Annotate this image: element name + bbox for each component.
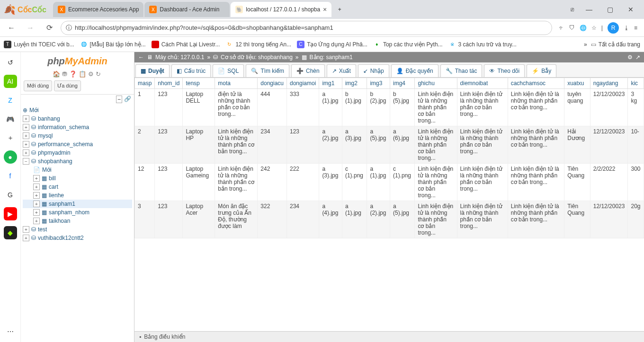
bookmark-item[interactable]: 🌐[Mẫu] Bài tập lớn hệ... — [80, 41, 146, 48]
nav-toggle-icon[interactable]: ← — [138, 54, 144, 61]
all-bookmarks-button[interactable]: ▭Tất cả dấu trang — [591, 41, 640, 48]
tree-new[interactable]: ⊕Mới — [23, 106, 132, 114]
shield-icon[interactable]: ⛉ — [569, 25, 575, 31]
zalo-icon[interactable]: Z — [4, 94, 17, 107]
collapse-icon[interactable]: − — [116, 96, 122, 103]
tab-structure[interactable]: ◧Cấu trúc — [171, 64, 211, 77]
tree-table[interactable]: +▦bill — [23, 174, 132, 183]
col-header[interactable]: img1 — [319, 78, 342, 89]
tab-operations[interactable]: 🔧Thao tác — [440, 64, 483, 77]
tree-db[interactable]: +⛁mysql — [23, 132, 132, 140]
tree-table[interactable]: +▦lienhe — [23, 191, 132, 200]
add-icon[interactable]: ＋ — [4, 132, 17, 145]
col-header[interactable]: img4 — [390, 78, 415, 89]
tab-triggers[interactable]: ⚡Bẫy — [527, 64, 556, 77]
spotify-icon[interactable]: ● — [4, 150, 17, 164]
tree-db[interactable]: +⛁information_schema — [23, 123, 132, 132]
avatar[interactable]: R — [608, 22, 619, 34]
col-header[interactable]: xuatxu — [564, 78, 590, 89]
bookmark-more-icon[interactable]: » — [584, 41, 587, 48]
table-row[interactable]: 2123Laptop HPLinh kiện điện tử là những … — [135, 126, 644, 164]
bookmark-item[interactable]: TLuyện thi TOEIC với b... — [4, 41, 74, 48]
tab-import[interactable]: ↙Nhập — [358, 64, 389, 77]
tab-export[interactable]: ↗Xuất — [327, 64, 356, 77]
menu-icon[interactable]: ≡ — [634, 25, 637, 31]
tree-table-sanpham1[interactable]: +▦sanpham1 — [23, 200, 132, 208]
games-icon[interactable]: 🎮 — [4, 113, 17, 126]
google-icon[interactable]: G — [4, 188, 17, 202]
tree-table[interactable]: +▦cart — [23, 183, 132, 191]
site-info-icon[interactable]: ⓘ — [66, 24, 72, 32]
col-header[interactable]: img2 — [342, 78, 367, 89]
bookmark-item[interactable]: ↻12 thì trong tiếng An... — [225, 41, 291, 48]
bookmark-item[interactable]: Cách Phát Lại Livestr... — [152, 41, 220, 48]
youtube-icon[interactable]: ▶ — [4, 207, 17, 220]
app-icon[interactable]: ◆ — [4, 226, 17, 239]
omnibox[interactable]: ⓘ http://localhost/phpmyadmin/index.php?… — [61, 21, 552, 35]
close-button[interactable]: ✕ — [621, 2, 640, 17]
recent-button[interactable]: Mới dùng — [24, 80, 52, 91]
reload-button[interactable]: ⟳ — [42, 20, 57, 35]
translate-icon[interactable]: 🌐 — [580, 25, 587, 31]
console-bar[interactable]: ▪Bảng điều khiển — [134, 331, 644, 342]
tree-db[interactable]: +⛁performance_schema — [23, 140, 132, 149]
link-icon[interactable]: 🔗 — [124, 96, 131, 103]
bookmark-star-icon[interactable]: ☆ — [591, 25, 597, 31]
breadcrumb-table[interactable]: Bảng: sanpham1 — [310, 54, 353, 61]
col-header[interactable]: dongiamoi — [287, 78, 319, 89]
col-header[interactable]: nhom_id — [155, 78, 183, 89]
col-header[interactable]: ghichu — [415, 78, 457, 89]
breadcrumb-server[interactable]: Máy chủ: 127.0.0.1 — [155, 54, 204, 61]
more-icon[interactable]: ⋯ — [4, 325, 17, 338]
col-header[interactable]: img3 — [367, 78, 390, 89]
tree-db[interactable]: +⛁phpmyadmin — [23, 149, 132, 157]
tree-db[interactable]: +⛁banhang — [23, 114, 132, 123]
bookmark-item[interactable]: ♦Top các thư viện Pyth... — [373, 41, 443, 48]
tree-table[interactable]: +▦taikhoan — [23, 217, 132, 225]
tab-sql[interactable]: 📄SQL — [213, 64, 244, 77]
rss-icon[interactable]: ᯤ — [559, 25, 564, 31]
col-header[interactable]: masp — [135, 78, 155, 89]
tab-insert[interactable]: ➕Chèn — [291, 64, 325, 77]
back-button[interactable]: ← — [4, 20, 19, 35]
history-icon[interactable]: ↺ — [4, 56, 17, 69]
table-row[interactable]: 3123Laptop AcerMón ăn đặc trưng của Ấn Đ… — [135, 201, 644, 238]
tree-db-shopbanhang[interactable]: −⛁shopbanhang — [23, 157, 132, 166]
exit-icon[interactable]: ↗ — [635, 54, 640, 61]
tree-db[interactable]: +⛁vuthibacdk12cntt2 — [23, 234, 132, 242]
col-header[interactable]: kic — [628, 78, 644, 89]
table-row[interactable]: 1123Laptop DELLđiện tử là những thành ph… — [135, 89, 644, 126]
pma-logo[interactable]: phpMyAdmin — [21, 52, 134, 70]
bookmark-item[interactable]: ※3 cách lưu trữ và truy... — [448, 41, 517, 48]
col-header[interactable]: dongiacu — [258, 78, 287, 89]
pma-toolbar[interactable]: 🏠⛃❓📋⚙↻ — [21, 70, 134, 78]
col-header[interactable]: mota — [215, 78, 258, 89]
ai-icon[interactable]: AI — [4, 75, 17, 88]
col-header[interactable]: cachchamsoc — [508, 78, 564, 89]
table-row[interactable]: 12123Laptop GameingLinh kiện điện tử là … — [135, 164, 644, 201]
bookmark-item[interactable]: CTạo Ứng dụng AI Phâ... — [297, 41, 367, 48]
cast-icon[interactable]: ⎚ — [567, 6, 578, 13]
tab-tracking[interactable]: 👁Theo dõi — [484, 64, 525, 77]
new-tab-button[interactable]: + — [332, 2, 347, 17]
tree-new-table[interactable]: 📄Mới — [23, 166, 132, 174]
facebook-icon[interactable]: f — [4, 169, 17, 183]
tree-table[interactable]: +▦sanpham_nhom — [23, 208, 132, 217]
col-header[interactable]: diemnoibat — [457, 78, 508, 89]
maximize-button[interactable]: ▢ — [600, 2, 619, 17]
close-icon[interactable]: × — [323, 6, 327, 13]
tab-phpmyadmin[interactable]: 🐘 localhost / 127.0.0.1 / shopba × — [231, 2, 331, 17]
breadcrumb-db[interactable]: Cơ sở dữ liệu: shopbanhang — [221, 54, 293, 61]
col-header[interactable]: ngaydang — [590, 78, 628, 89]
tree-db[interactable]: +⛁test — [23, 225, 132, 234]
minimize-button[interactable]: — — [580, 2, 599, 17]
favorites-button[interactable]: Ưa dùng — [54, 80, 81, 91]
gear-icon[interactable]: ⚙ — [627, 54, 633, 61]
download-icon[interactable]: ⭳ — [624, 25, 629, 31]
tab-search[interactable]: 🔍Tìm kiếm — [246, 64, 289, 77]
tab-dashboard[interactable]: X Dashboard - Ace Admin — [144, 2, 230, 17]
col-header[interactable]: tensp — [183, 78, 215, 89]
tab-browse[interactable]: ▦Duyệt — [135, 64, 170, 77]
tab-ecommerce[interactable]: X Ecommerce Accesories App — [53, 2, 143, 17]
forward-button[interactable]: → — [23, 20, 38, 35]
